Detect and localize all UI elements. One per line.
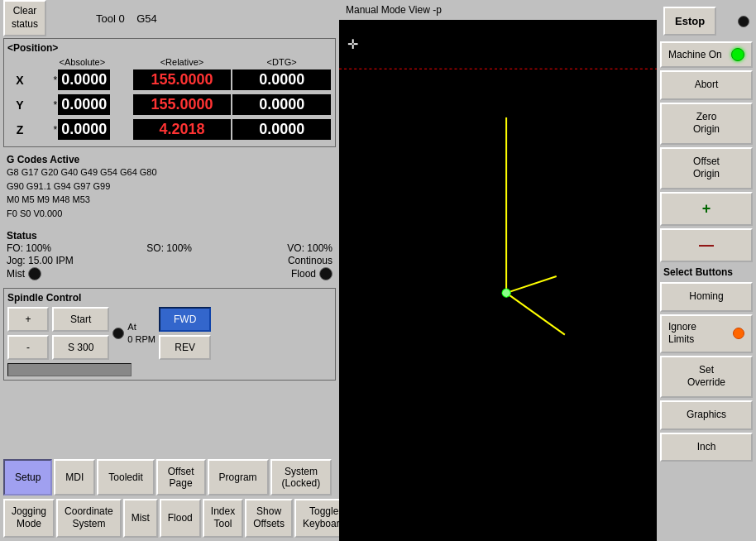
status-row-1: FO: 100% SO: 100% VO: 100%: [7, 242, 333, 254]
fo-value: FO: 100%: [7, 242, 51, 254]
machine-on-button[interactable]: Machine On: [660, 41, 753, 68]
tab-system[interactable]: System (Locked): [270, 459, 333, 496]
spindle-plus-button[interactable]: +: [7, 307, 49, 332]
machine-visualization: [339, 20, 657, 541]
position-headers: <Absolute> <Relative> <DTG>: [7, 57, 332, 67]
svg-line-3: [506, 276, 557, 293]
jog-value: Jog: 15.00 IPM: [7, 255, 74, 266]
status-section: Status FO: 100% SO: 100% VO: 100% Jog: 1…: [3, 227, 336, 285]
inch-button[interactable]: Inch: [660, 433, 753, 462]
gcodes-section: G Codes Active G8 G17 G20 G40 G49 G54 G6…: [3, 151, 336, 223]
axis-y-label: Y: [7, 98, 32, 112]
zero-origin-button[interactable]: Zero Origin: [660, 103, 753, 145]
y-dtg-value: 0.0000: [232, 94, 331, 115]
spindle-progress-bar: [7, 363, 132, 376]
tab-bar: Setup MDI Tooledit Offset Page Program S…: [0, 456, 339, 496]
mist-indicator: Mist: [7, 267, 41, 280]
position-row-x: X * 0.0000 155.0000 0.0000: [7, 69, 332, 91]
x-absolute-value: 0.0000: [58, 69, 110, 90]
gcodes-line4: F0 S0 V0.000: [7, 207, 333, 221]
ignore-limits-led: [733, 328, 744, 339]
estop-led: [738, 16, 749, 27]
index-tool-button[interactable]: Index Tool: [203, 499, 243, 538]
ignore-limits-label: Ignore Limits: [668, 321, 696, 347]
top-bar: Clear status Tool 0 G54: [0, 0, 339, 36]
axis-z-label: Z: [7, 123, 32, 136]
axis-x-label: X: [7, 74, 32, 87]
abort-button[interactable]: Abort: [660, 70, 753, 100]
mist-button[interactable]: Mist: [123, 499, 158, 538]
mist-led: [28, 267, 41, 280]
flood-button[interactable]: Flood: [160, 499, 201, 538]
at-label: At: [127, 321, 136, 333]
left-panel: Clear status Tool 0 G54 <Position> <Abso…: [0, 0, 339, 541]
g54-label: G54: [136, 12, 157, 25]
mist-label: Mist: [7, 268, 25, 280]
flood-led: [319, 267, 333, 280]
status-row-2: Jog: 15.00 IPM Continous: [7, 255, 333, 266]
center-panel: Manual Mode View -p ✛: [339, 0, 657, 541]
gcodes-line3: M0 M5 M9 M48 M53: [7, 193, 333, 207]
rpm-display: At 0 RPM: [127, 321, 156, 347]
right-panel: Estop Machine On Abort Zero Origin Offse…: [657, 0, 756, 541]
position-title: <Position>: [7, 42, 332, 54]
spindle-direction-led: [112, 328, 124, 339]
offset-origin-button[interactable]: Offset Origin: [660, 147, 753, 189]
continous-value: Continous: [288, 255, 333, 266]
spindle-speed-input[interactable]: S 300: [52, 335, 109, 360]
plus-button[interactable]: +: [660, 192, 753, 226]
set-override-button[interactable]: Set Override: [660, 356, 753, 398]
header-absolute: <Absolute>: [32, 57, 132, 67]
spindle-start-button[interactable]: Start: [52, 307, 109, 332]
gcodes-line1: G8 G17 G20 G40 G49 G54 G64 G80: [7, 165, 333, 180]
ignore-limits-button[interactable]: Ignore Limits: [660, 314, 753, 353]
coordinate-system-button[interactable]: Coordinate System: [56, 499, 122, 538]
spindle-minus-button[interactable]: -: [7, 335, 49, 360]
jogging-mode-button[interactable]: Jogging Mode: [3, 499, 55, 538]
fwd-button[interactable]: FWD: [159, 307, 211, 332]
z-absolute-value: 0.0000: [58, 119, 110, 140]
asterisk-y: *: [53, 99, 57, 111]
spindle-section: Spindle Control + - Start S 300 At 0 RPM: [3, 288, 336, 381]
position-row-y: Y * 0.0000 155.0000 0.0000: [7, 93, 332, 116]
graphics-button[interactable]: Graphics: [660, 400, 753, 430]
estop-button[interactable]: Estop: [663, 7, 716, 36]
header-dtg: <DTG>: [232, 57, 332, 67]
z-relative-value: 4.2018: [133, 119, 232, 140]
estop-row: Estop: [660, 3, 753, 39]
rpm-value: 0 RPM: [127, 333, 156, 346]
y-absolute-value: 0.0000: [58, 94, 110, 115]
tab-tooledit[interactable]: Tooledit: [97, 459, 154, 496]
clear-status-button[interactable]: Clear status: [3, 0, 46, 36]
flood-indicator: Flood: [291, 267, 333, 280]
rev-button[interactable]: REV: [159, 335, 211, 360]
mode-label: Manual Mode View -p: [346, 4, 442, 16]
gcodes-title: G Codes Active: [7, 154, 333, 165]
position-row-z: Z * 0.0000 4.2018 0.0000: [7, 118, 332, 141]
svg-line-2: [506, 293, 565, 335]
select-buttons-label: Select Buttons: [660, 265, 753, 280]
asterisk-x: *: [53, 74, 57, 86]
machine-on-led: [731, 48, 744, 61]
machine-on-label: Machine On: [668, 49, 722, 60]
status-title: Status: [7, 230, 333, 242]
x-dtg-value: 0.0000: [232, 69, 331, 90]
status-row-3: Mist Flood: [7, 267, 333, 280]
show-offsets-button[interactable]: Show Offsets: [245, 499, 293, 538]
tab-setup[interactable]: Setup: [3, 459, 52, 496]
tool-info: Tool 0 G54: [96, 12, 157, 25]
z-dtg-value: 0.0000: [232, 119, 331, 140]
gcodes-line2: G90 G91.1 G94 G97 G99: [7, 180, 333, 194]
canvas-area: ✛: [339, 20, 657, 541]
tab-program[interactable]: Program: [208, 459, 269, 496]
so-value: SO: 100%: [146, 242, 192, 254]
spindle-title: Spindle Control: [7, 292, 332, 304]
y-relative-value: 155.0000: [133, 94, 232, 115]
homing-button[interactable]: Homing: [660, 282, 753, 312]
position-section: <Position> <Absolute> <Relative> <DTG> X…: [3, 38, 336, 147]
tab-offset-page[interactable]: Offset Page: [156, 459, 206, 496]
tab-mdi[interactable]: MDI: [54, 459, 95, 496]
minus-button[interactable]: —: [660, 228, 753, 262]
tool-label: Tool 0: [96, 12, 125, 25]
spindle-controls: + - Start S 300 At 0 RPM FWD REV: [7, 307, 332, 360]
